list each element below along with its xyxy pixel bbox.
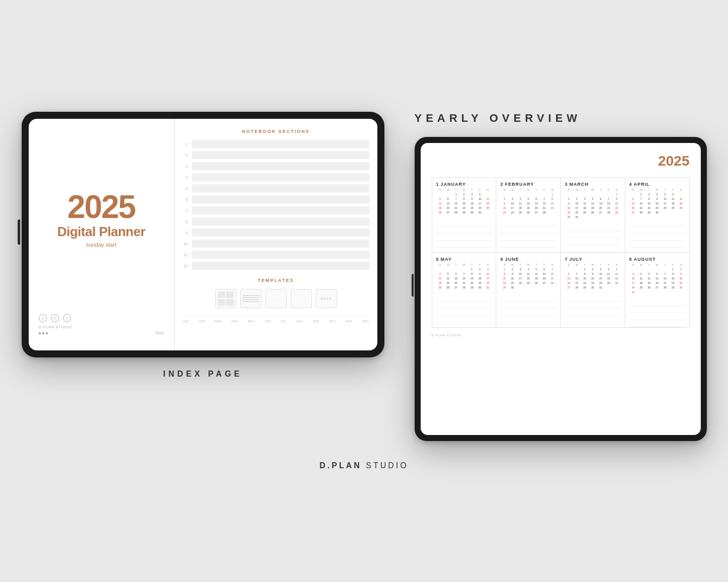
calendar-day: 10: [629, 276, 637, 280]
notebook-row: 3: [183, 162, 369, 170]
calendar-day: 11: [436, 276, 444, 280]
calendar-day: 4: [661, 192, 669, 196]
yearly-year: 2025: [432, 153, 690, 169]
calendar-day: 25: [637, 285, 645, 289]
calendar-day: 25: [669, 205, 677, 210]
calendar-day: 8: [613, 196, 621, 201]
day-header: S: [565, 263, 573, 266]
notebook-row: 10: [183, 240, 369, 248]
month-mar: MAR: [215, 320, 222, 323]
calendar-day: 6: [452, 271, 460, 276]
calendar-day: 7: [573, 271, 581, 276]
calendar-day: [565, 267, 573, 271]
calendar-day: [645, 267, 653, 271]
calendar-day: 10: [597, 271, 605, 276]
calendar-day: 17: [516, 276, 524, 280]
calendar-day: 12: [677, 196, 685, 201]
row-num: 12: [183, 264, 188, 268]
calendar-day: 28: [573, 285, 581, 289]
calendar-day: 14: [661, 276, 669, 280]
month-nov: NOV: [346, 320, 352, 323]
calendar-day: 15: [548, 201, 556, 205]
calendar-day: 1: [669, 267, 677, 271]
calendar-day: 13: [452, 276, 460, 280]
calendar-day: [516, 192, 524, 196]
calendar-day: 21: [460, 280, 468, 285]
calendar-month: 8AUGUSTSMTWTFS12345678910111213141516171…: [625, 253, 690, 328]
calendar-day: 6: [653, 271, 661, 276]
calendar-day: 1: [500, 267, 508, 271]
calendar-day: 17: [484, 276, 492, 280]
calendar-day: 24: [661, 205, 669, 210]
day-header: F: [540, 188, 548, 191]
day-header: T: [452, 188, 460, 191]
calendar-day: 27: [565, 285, 573, 289]
calendar-day: 2: [588, 267, 597, 271]
yearly-overview-label: YEARLY OVERVIEW: [415, 112, 707, 125]
calendar-day: 3: [516, 267, 524, 271]
note-line: [629, 299, 685, 306]
calendar-day: 20: [629, 205, 637, 210]
day-header: T: [661, 188, 669, 191]
calendar-day: 29: [669, 285, 677, 289]
calendar-day: 7: [548, 267, 556, 271]
calendar-day: 7: [605, 196, 613, 201]
calendar-day: 7: [661, 271, 669, 276]
day-header: W: [588, 263, 597, 266]
calendar-day: 22: [460, 205, 468, 210]
row-line: [192, 184, 369, 192]
calendar-day: 26: [588, 210, 597, 214]
calendar-day: [452, 267, 460, 271]
calendar-day: 24: [484, 280, 492, 285]
calendar-day: 7: [460, 271, 468, 276]
calendar-day: 9: [476, 271, 484, 276]
footer-icon-3: ?: [63, 314, 71, 322]
calendar-day: 11: [484, 196, 492, 201]
footer-icons: f © ?: [39, 314, 164, 322]
calendar-day: 10: [516, 271, 524, 276]
calendar-day: 19: [613, 276, 621, 280]
day-header: S: [613, 188, 621, 191]
calendar-day: 24: [476, 205, 484, 210]
calendar-day: 1: [548, 192, 556, 196]
calendar-day: 27: [540, 280, 548, 285]
calendar-day: 16: [476, 276, 484, 280]
calendar-day: 7: [452, 196, 460, 201]
day-header: M: [637, 188, 645, 191]
calendar-day: [605, 192, 613, 196]
calendar-day: 16: [565, 205, 573, 210]
calendar-day: 14: [540, 201, 548, 205]
calendar-day: 5: [588, 196, 597, 201]
day-header: S: [677, 188, 685, 191]
templates-title: TEMPLATES: [183, 278, 369, 283]
template-line: [242, 297, 259, 298]
templates-section: TEMPLATES: [183, 278, 369, 308]
day-header: S: [500, 263, 508, 266]
day-header: S: [500, 188, 508, 191]
day-header: S: [436, 188, 444, 191]
calendar-day: 2: [500, 196, 508, 201]
calendar-day: 30: [588, 285, 597, 289]
calendar-day: 16: [588, 276, 597, 280]
calendar-day: 2: [476, 267, 484, 271]
calendar-day: 6: [533, 196, 541, 201]
calendar-day: 29: [581, 285, 589, 289]
calendar-day: [653, 267, 661, 271]
planner-subtitle: sunday start: [86, 242, 116, 248]
calendar-day: 17: [629, 280, 637, 285]
template-thumb-4: [291, 289, 312, 308]
calendar-day: 26: [524, 210, 533, 214]
calendar-day: 3: [629, 271, 637, 276]
calendar-day: 20: [565, 280, 573, 285]
day-header: T: [581, 188, 589, 191]
bottom-brand: D.PLAN STUDIO: [319, 461, 408, 470]
month-may: MAY: [248, 320, 254, 323]
left-tablet-frame: 2025 Digital Planner sunday start f © ? …: [22, 112, 384, 357]
daily-label: DAILY: [321, 297, 332, 300]
calendar-day: 8: [548, 196, 556, 201]
day-header: T: [597, 263, 605, 266]
calendar-day: 26: [444, 285, 452, 289]
calendar-day: 28: [605, 210, 613, 214]
calendar-day: 30: [508, 285, 516, 289]
calendar-day: 10: [484, 271, 492, 276]
